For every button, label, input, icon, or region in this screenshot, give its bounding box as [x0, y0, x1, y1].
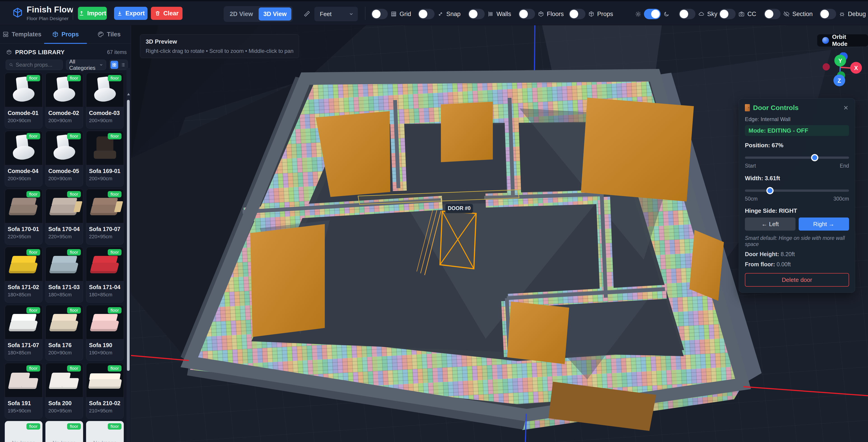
search-input[interactable] — [16, 62, 59, 68]
prop-thumbnail: floor — [86, 189, 124, 223]
prop-thumbnail: floor — [86, 305, 124, 339]
list-view-icon — [120, 62, 125, 67]
prop-thumbnail: floor — [45, 131, 83, 165]
prop-card[interactable]: floor No Image Comode-01 200×90cm — [5, 73, 42, 128]
prop-thumbnail: floor — [5, 363, 42, 397]
position-label: Position: 67% — [745, 142, 849, 149]
list-view-button[interactable] — [119, 61, 127, 69]
hinge-side-label: Hinge Side: RIGHT — [745, 207, 849, 214]
grid-icon — [391, 11, 397, 17]
clear-button[interactable]: Clear — [151, 7, 183, 20]
width-slider-knob[interactable] — [766, 187, 774, 194]
door-controls-panel: Door Controls Edge: Internal Wall Mode: … — [739, 98, 855, 293]
grid-toggle[interactable] — [371, 9, 388, 19]
search-icon — [9, 62, 13, 67]
category-select[interactable]: All Categories — [66, 60, 106, 70]
view-3d-button[interactable]: 3D View — [259, 7, 291, 21]
prop-card[interactable]: floor No Image Sofa 169-01 200×90cm — [86, 131, 124, 187]
svg-text:DOOR #0: DOOR #0 — [448, 205, 471, 211]
prop-thumbnail: floor — [5, 189, 42, 223]
templates-icon — [2, 31, 9, 38]
tab-templates[interactable]: Templates — [0, 25, 43, 43]
prop-card[interactable]: floor No Image Comode-03 200×90cm — [86, 73, 124, 128]
props-filter-row: All Categories — [0, 60, 131, 70]
sky-toggle-group: Sky — [679, 9, 717, 19]
debug-toggle-group: Debug — [819, 9, 866, 19]
sidebar-tabs: Templates Props Tiles — [0, 25, 131, 43]
prop-card[interactable]: floor No Image Comode-02 200×90cm — [45, 73, 83, 128]
grid-view-button[interactable] — [111, 61, 118, 69]
close-icon[interactable] — [843, 104, 849, 111]
hinge-right-button[interactable]: Right → — [799, 218, 849, 230]
floor-badge: floor — [26, 75, 40, 81]
position-slider-knob[interactable] — [811, 154, 818, 161]
search-box[interactable] — [6, 60, 63, 70]
prop-card[interactable]: floor No Image Sofa 190 190×90cm — [86, 305, 124, 361]
prop-card[interactable]: floor No Image — [45, 421, 83, 442]
prop-card[interactable]: floor No Image Sofa 171-02 180×85cm — [5, 247, 42, 303]
export-button[interactable]: Export — [114, 7, 148, 20]
prop-dimensions: 220×95cm — [48, 234, 80, 240]
library-cube-icon — [6, 49, 12, 55]
prop-card[interactable]: floor No Image Sofa 210-02 210×95cm — [86, 363, 124, 419]
debug-toggle[interactable] — [819, 9, 836, 19]
prop-dimensions: 200×90cm — [48, 350, 80, 356]
prop-card[interactable]: floor No Image — [5, 421, 42, 442]
walls-toggle[interactable] — [468, 9, 485, 19]
door-slab — [581, 98, 694, 201]
axis-gizmo[interactable]: Y X Z — [820, 53, 865, 91]
floor-badge: floor — [26, 365, 40, 372]
hinge-left-button[interactable]: ← Left — [745, 218, 796, 230]
prop-card[interactable]: floor No Image Sofa 171-03 180×85cm — [45, 247, 83, 303]
width-min: 50cm — [745, 196, 757, 202]
sidebar-scrollbar-thumb[interactable] — [127, 100, 130, 371]
svg-text:Y: Y — [838, 58, 842, 64]
prop-thumbnail: floor — [5, 421, 42, 442]
x-negative-handle[interactable] — [823, 63, 830, 70]
floor-badge: floor — [26, 307, 40, 314]
prop-thumbnail: floor — [5, 131, 42, 165]
prop-card[interactable]: floor No Image Sofa 191 195×90cm — [5, 363, 42, 419]
prop-card[interactable]: floor No Image Sofa 171-07 180×85cm — [5, 305, 42, 361]
delete-door-button[interactable]: Delete door — [745, 273, 849, 287]
day-night-toggle-group — [635, 9, 670, 19]
position-slider[interactable] — [745, 154, 849, 161]
z-axis-line — [534, 25, 535, 76]
prop-name: Sofa 200 — [48, 400, 80, 407]
orbit-mode-label: Orbit Mode — [832, 33, 863, 48]
snap-toggle[interactable] — [418, 9, 435, 19]
prop-card[interactable]: floor No Image Sofa 170-01 220×95cm — [5, 189, 42, 245]
prop-card[interactable]: floor No Image Comode-04 200×90cm — [5, 131, 42, 187]
sky-toggle[interactable] — [679, 9, 695, 19]
view-2d-button[interactable]: 2D View — [225, 7, 258, 21]
floors-toggle[interactable] — [518, 9, 535, 19]
orbit-mode-badge: Orbit Mode — [817, 34, 868, 46]
cc-toggle[interactable] — [719, 9, 736, 19]
cloud-icon — [698, 11, 705, 17]
prop-card[interactable]: floor No Image Sofa 171-04 180×85cm — [86, 247, 124, 303]
day-night-toggle[interactable] — [644, 9, 661, 19]
prop-name: Sofa 170-07 — [89, 226, 121, 232]
tab-props[interactable]: Props — [43, 25, 87, 43]
prop-card[interactable]: floor No Image — [86, 421, 124, 442]
import-button[interactable]: Import — [78, 7, 107, 20]
prop-card[interactable]: floor No Image Sofa 170-04 220×95cm — [45, 189, 83, 245]
prop-card[interactable]: floor No Image Sofa 170-07 220×95cm — [86, 189, 124, 245]
prop-card[interactable]: floor No Image Sofa 200 200×95cm — [45, 363, 83, 419]
tab-tiles[interactable]: Tiles — [87, 25, 131, 43]
viewport-hint: 3D Preview Right-click drag to rotate • … — [140, 34, 299, 58]
scrollbar-up-arrow[interactable] — [127, 93, 130, 95]
unit-select[interactable]: Feet — [314, 7, 358, 21]
prop-dimensions: 220×95cm — [89, 234, 121, 240]
prop-name: Sofa 190 — [89, 342, 121, 348]
prop-card[interactable]: floor No Image Comode-05 200×90cm — [45, 131, 83, 187]
section-toggle[interactable] — [764, 9, 781, 19]
floor-badge: floor — [26, 423, 40, 430]
no-image-label: No Image — [45, 440, 83, 442]
prop-card[interactable]: floor No Image Sofa 176 200×90cm — [45, 305, 83, 361]
door-icon — [745, 104, 750, 112]
prop-name: Comode-03 — [89, 110, 121, 116]
width-slider[interactable] — [745, 187, 849, 194]
props-toggle[interactable] — [569, 9, 585, 19]
mode-status: Mode: EDITING - OFF — [745, 125, 849, 136]
